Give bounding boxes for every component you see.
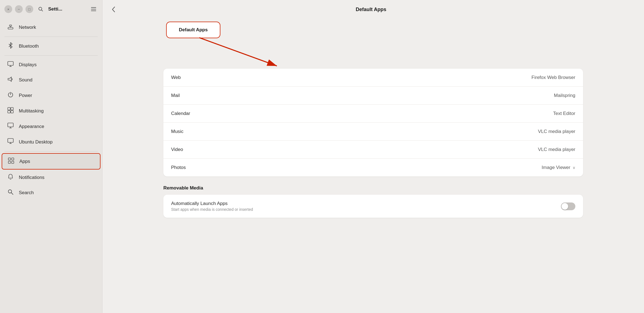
svg-line-1 xyxy=(42,10,43,11)
svg-rect-20 xyxy=(8,138,13,142)
svg-rect-14 xyxy=(11,107,13,110)
mail-value: Mailspring xyxy=(554,93,575,98)
sidebar-item-power[interactable]: Power xyxy=(2,88,101,103)
sidebar-label-search: Search xyxy=(19,190,34,196)
svg-rect-7 xyxy=(9,25,12,26)
music-value: VLC media player xyxy=(538,129,575,134)
sidebar-label-multitasking: Multitasking xyxy=(19,108,44,114)
back-button[interactable] xyxy=(109,5,118,14)
bluetooth-icon xyxy=(7,42,14,50)
sidebar-item-ubuntu-desktop[interactable]: Ubuntu Desktop xyxy=(2,134,101,150)
page-title: Default Apps xyxy=(122,7,620,12)
svg-rect-23 xyxy=(8,158,11,160)
search-button[interactable] xyxy=(37,5,45,13)
svg-rect-16 xyxy=(11,111,13,113)
auto-launch-title: Automatically Launch Apps xyxy=(171,201,253,206)
minimize-button[interactable]: − xyxy=(15,5,23,13)
photos-dropdown-arrow: ∨ xyxy=(573,165,575,170)
window-controls: × − □ xyxy=(4,5,33,13)
photos-value: Image Viewer ∨ xyxy=(542,165,575,170)
web-label: Web xyxy=(171,75,181,80)
topbar: Default Apps xyxy=(102,0,644,19)
svg-rect-26 xyxy=(12,161,14,163)
calendar-value: Text Editor xyxy=(553,111,575,116)
svg-rect-17 xyxy=(8,123,13,127)
nav-separator-2 xyxy=(4,55,98,56)
displays-icon xyxy=(7,61,14,68)
photos-label: Photos xyxy=(171,165,186,170)
sidebar-nav: Network Bluetooth Displays xyxy=(0,18,102,313)
close-button[interactable]: × xyxy=(4,5,12,13)
default-apps-settings-box: Web Firefox Web Browser Mail Mailspring … xyxy=(163,69,583,176)
svg-rect-5 xyxy=(8,27,13,29)
sidebar-label-power: Power xyxy=(19,93,32,98)
settings-row-photos[interactable]: Photos Image Viewer ∨ xyxy=(163,159,583,176)
svg-rect-15 xyxy=(8,111,10,113)
auto-launch-subtitle: Start apps when media is connected or in… xyxy=(171,207,253,212)
svg-marker-11 xyxy=(8,77,11,81)
search-icon xyxy=(38,7,43,12)
sidebar-item-multitasking[interactable]: Multitasking xyxy=(2,103,101,119)
removable-media-heading: Removable Media xyxy=(163,185,583,191)
removable-media-section: Removable Media Automatically Launch App… xyxy=(163,185,583,218)
sidebar-label-apps: Apps xyxy=(19,159,30,164)
settings-row-music[interactable]: Music VLC media player xyxy=(163,123,583,141)
sidebar-item-appearance[interactable]: Appearance xyxy=(2,119,101,134)
svg-point-28 xyxy=(8,190,12,193)
ubuntu-desktop-icon xyxy=(7,138,14,146)
apps-icon xyxy=(8,158,14,165)
sidebar-item-sound[interactable]: Sound xyxy=(2,72,101,88)
svg-rect-25 xyxy=(8,161,11,163)
app-title: Setti... xyxy=(48,6,86,12)
default-apps-card-button[interactable]: Default Apps xyxy=(166,22,220,38)
nav-separator-3 xyxy=(4,151,98,152)
settings-row-calendar[interactable]: Calendar Text Editor xyxy=(163,105,583,123)
search-nav-icon xyxy=(7,189,14,196)
svg-line-31 xyxy=(199,38,277,66)
sidebar-header: × − □ Setti... xyxy=(0,0,102,18)
main-content: Default Apps Default Apps xyxy=(102,0,644,313)
web-value: Firefox Web Browser xyxy=(532,75,575,80)
video-value: VLC media player xyxy=(538,147,575,152)
auto-launch-toggle[interactable] xyxy=(561,202,575,210)
maximize-button[interactable]: □ xyxy=(25,5,33,13)
sidebar-label-network: Network xyxy=(19,25,36,30)
sidebar-item-notifications[interactable]: Notifications xyxy=(2,170,101,185)
sidebar-label-notifications: Notifications xyxy=(19,175,45,180)
video-label: Video xyxy=(171,147,183,152)
sidebar-label-sound: Sound xyxy=(19,77,32,83)
top-section: Default Apps Web xyxy=(163,19,583,176)
hamburger-icon xyxy=(91,7,96,11)
removable-media-row: Automatically Launch Apps Start apps whe… xyxy=(163,195,583,218)
svg-rect-8 xyxy=(8,61,13,65)
toggle-knob xyxy=(561,203,568,210)
sidebar-label-ubuntu-desktop: Ubuntu Desktop xyxy=(19,139,53,145)
notifications-icon xyxy=(7,174,14,181)
multitasking-icon xyxy=(7,107,14,115)
menu-button[interactable] xyxy=(89,5,98,13)
sidebar-label-displays: Displays xyxy=(19,62,37,68)
mail-label: Mail xyxy=(171,93,180,98)
sound-icon xyxy=(7,76,14,84)
sidebar: × − □ Setti... xyxy=(0,0,102,313)
calendar-label: Calendar xyxy=(171,111,190,116)
removable-media-box: Automatically Launch Apps Start apps whe… xyxy=(163,195,583,218)
settings-row-video[interactable]: Video VLC media player xyxy=(163,141,583,159)
nav-separator-1 xyxy=(4,37,98,37)
sidebar-item-apps[interactable]: Apps xyxy=(2,153,101,170)
power-icon xyxy=(7,92,14,99)
sidebar-item-bluetooth[interactable]: Bluetooth xyxy=(2,39,101,54)
settings-row-mail[interactable]: Mail Mailspring xyxy=(163,87,583,105)
sidebar-item-search[interactable]: Search xyxy=(2,185,101,200)
svg-rect-13 xyxy=(8,107,10,110)
toggle-container xyxy=(561,202,575,210)
sidebar-item-network[interactable]: Network xyxy=(2,20,101,35)
sidebar-label-bluetooth: Bluetooth xyxy=(19,43,39,49)
settings-row-web[interactable]: Web Firefox Web Browser xyxy=(163,69,583,87)
music-label: Music xyxy=(171,129,183,134)
svg-line-29 xyxy=(11,193,13,194)
back-icon xyxy=(111,6,116,12)
removable-media-text: Automatically Launch Apps Start apps whe… xyxy=(171,201,253,212)
content-area: Default Apps Web xyxy=(102,19,644,227)
sidebar-item-displays[interactable]: Displays xyxy=(2,57,101,72)
